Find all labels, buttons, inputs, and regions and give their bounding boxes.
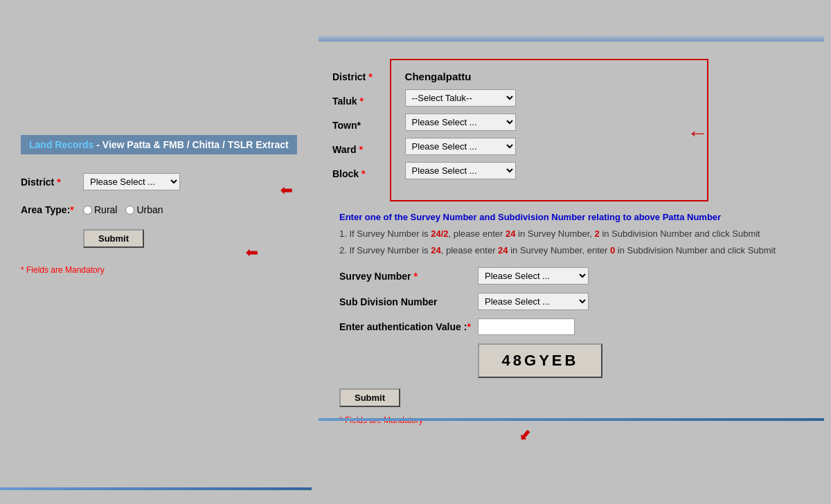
- banner-rest: - View Patta & FMB / Chitta / TSLR Extra…: [93, 139, 288, 150]
- urban-radio-label[interactable]: Urban: [125, 204, 163, 215]
- district-row: District * Please Select ...: [21, 173, 180, 190]
- ward-select[interactable]: Please Select ...: [405, 138, 516, 155]
- survey-number-row: Survey Number * Please Select ...: [339, 267, 817, 285]
- district-label: District *: [21, 177, 83, 188]
- auth-row: Enter authentication Value :*: [339, 318, 817, 335]
- left-form: District * Please Select ... Area Type:*…: [21, 173, 180, 275]
- scrollbar[interactable]: [319, 36, 824, 42]
- right-submit-area: Submit: [339, 388, 817, 407]
- subdivision-row: Sub Division Number Please Select ...: [339, 293, 817, 310]
- right-taluk-label: Taluk *: [332, 96, 364, 107]
- survey-number-select[interactable]: Please Select ...: [478, 267, 589, 285]
- district-value: Chengalpattu: [405, 71, 472, 82]
- rural-radio-label[interactable]: Rural: [83, 204, 117, 215]
- right-ward-row: Please Select ...: [405, 138, 693, 155]
- right-taluk-row: --Select Taluk--: [405, 89, 693, 107]
- area-type-label: Area Type:*: [21, 204, 83, 215]
- captcha-box: 48GYEB: [478, 343, 602, 378]
- block-select[interactable]: Please Select ...: [405, 162, 516, 179]
- urban-radio[interactable]: [125, 206, 134, 215]
- right-town-row: Please Select ...: [405, 114, 693, 131]
- right-bottom-bar: [319, 418, 824, 421]
- auth-label: Enter authentication Value :*: [339, 321, 478, 332]
- right-panel: District * Taluk * Town* Ward * Block *: [319, 45, 831, 449]
- main-container: Land Records - View Patta & FMB / Chitta…: [0, 0, 831, 504]
- district-select[interactable]: Please Select ...: [83, 173, 180, 190]
- banner-highlight: Land Records: [29, 139, 93, 150]
- right-district-row: Chengalpattu: [405, 71, 693, 82]
- survey-number-label: Survey Number *: [339, 271, 478, 282]
- subdivision-select[interactable]: Please Select ...: [478, 293, 589, 310]
- info-item-1: 1. If Survey Number is 24/2, please ente…: [339, 228, 817, 240]
- red-box: Chengalpattu --Select Taluk-- Please Sel…: [390, 59, 708, 201]
- right-block-row: Please Select ...: [405, 162, 693, 179]
- left-bottom-bar: [0, 487, 312, 490]
- left-mandatory-note: * Fields are Mandatory: [21, 265, 180, 275]
- town-select[interactable]: Please Select ...: [405, 114, 516, 131]
- taluk-select[interactable]: --Select Taluk--: [405, 89, 516, 107]
- info-item-2: 2. If Survey Number is 24, please enter …: [339, 244, 817, 257]
- right-block-label: Block *: [332, 168, 365, 179]
- rural-radio[interactable]: [83, 206, 92, 215]
- info-title: Enter one of the Survey Number and Subdi…: [339, 212, 817, 222]
- right-submit-button[interactable]: Submit: [339, 388, 400, 407]
- left-submit-button[interactable]: Submit: [83, 229, 144, 248]
- arrow-district-left: ➡: [280, 181, 293, 199]
- left-panel: Land Records - View Patta & FMB / Chitta…: [0, 0, 312, 504]
- right-form-labels: District * Taluk * Town* Ward * Block *: [332, 59, 373, 186]
- area-type-row: Area Type:* Rural Urban: [21, 204, 180, 215]
- auth-input[interactable]: [478, 318, 575, 335]
- subdivision-label: Sub Division Number: [339, 296, 478, 307]
- right-town-label: Town*: [332, 120, 361, 131]
- arrow-ward: ←: [688, 121, 708, 145]
- land-records-banner: Land Records - View Patta & FMB / Chitta…: [21, 135, 297, 154]
- radio-group: Rural Urban: [83, 204, 163, 215]
- right-ward-label: Ward *: [332, 144, 363, 155]
- survey-section: Survey Number * Please Select ... Sub Di…: [339, 267, 817, 378]
- captcha-area: 48GYEB: [478, 343, 817, 378]
- info-section: Enter one of the Survey Number and Subdi…: [339, 212, 817, 257]
- urban-label: Urban: [136, 204, 163, 215]
- right-district-label: District *: [332, 71, 373, 82]
- arrow-submit-left: ➡: [246, 244, 258, 262]
- rural-label: Rural: [94, 204, 117, 215]
